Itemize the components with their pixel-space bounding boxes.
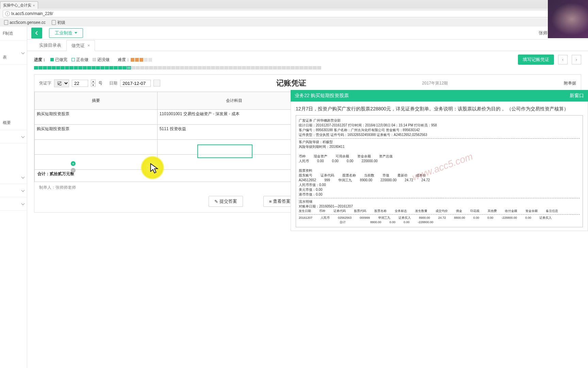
fill-voucher-button[interactable]: 填写记账凭证	[518, 55, 554, 65]
task-header: 业务22 购买短期投资股票 新窗口	[291, 90, 588, 102]
browser-tab[interactable]: 实操中心_会计实 ×	[0, 1, 38, 9]
summary-cell[interactable]: 购买短期投资股票	[35, 110, 158, 125]
difficulty: 难度：	[118, 57, 152, 63]
legend-done: 已做完	[50, 57, 67, 63]
close-icon[interactable]: ×	[87, 43, 90, 48]
site-info-icon[interactable]: i	[5, 11, 10, 16]
url-text: lx.acc5.com/main_228/	[11, 11, 53, 16]
close-icon[interactable]: ×	[33, 3, 35, 7]
file-icon	[4, 20, 8, 25]
new-window-button[interactable]: 新窗口	[570, 93, 584, 99]
pencil-icon: ✎	[214, 199, 218, 204]
bookmark-item[interactable]: 初级	[52, 20, 65, 26]
add-row-button[interactable]: +	[71, 161, 76, 166]
voucher-title: 记账凭证	[276, 78, 306, 88]
summary-cell[interactable]: 购买短期投资股票	[35, 125, 158, 140]
address-bar[interactable]: i lx.acc5.com/main_228/	[3, 10, 585, 17]
voucher-type-label: 凭证字	[39, 80, 51, 86]
sidebar-expand[interactable]	[0, 197, 27, 211]
calendar-icon[interactable]	[153, 80, 160, 87]
voucher-type-select[interactable]: 记	[54, 79, 69, 87]
prev-button[interactable]: ‹	[558, 55, 568, 64]
col-summary: 摘要	[35, 92, 158, 110]
task-description: 12月7日，投资户购买广发行的股票228800元，详见证券交割单。业务说明：该股…	[296, 105, 583, 112]
address-bar-row: i lx.acc5.com/main_228/	[0, 9, 588, 18]
chevron-left-icon	[34, 31, 39, 35]
tab-voucher[interactable]: 做凭证 ×	[66, 40, 95, 51]
sidebar-expand[interactable]	[0, 171, 27, 184]
next-button[interactable]: ›	[572, 55, 581, 64]
total-label: 合计：贰拾贰万元整	[35, 170, 311, 182]
bookmark-item[interactable]: acc5com.gensee.cc	[4, 20, 46, 25]
voucher-number-input[interactable]	[72, 80, 88, 87]
browser-tabs: 实操中心_会计实 ×	[0, 0, 588, 9]
browser-chrome: 实操中心_会计实 × i lx.acc5.com/main_228/ acc5c…	[0, 0, 588, 27]
inner-tabs: 实操目录表 做凭证 ×	[27, 40, 588, 51]
progress-cells	[27, 66, 588, 72]
topbar: 工业制造 张师师老师 (SVIP会员)	[27, 27, 588, 40]
account-cell[interactable]: 5111 投资收益	[157, 125, 311, 140]
receipt-image: www.acc5.com 广发证券 广州华穗路营业部 统计日期：20161207…	[296, 115, 583, 227]
submit-answer-button[interactable]: ✎提交答案	[209, 196, 243, 207]
active-amount-input[interactable]	[197, 144, 252, 158]
date-input[interactable]	[120, 80, 151, 87]
date-label: 日期	[109, 80, 117, 86]
bookmarks-bar: acc5com.gensee.cc 初级	[0, 18, 588, 27]
account-cell[interactable]: 1101001001 交易性金融资产 - 深发展 - 成本	[157, 110, 311, 125]
summary-cell[interactable]	[35, 140, 158, 155]
webcam-overlay	[548, 0, 588, 38]
summary-cell[interactable]	[35, 155, 158, 170]
tab-title: 实操中心_会计实	[3, 3, 31, 8]
sidebar-expand[interactable]	[0, 130, 27, 143]
number-stepper[interactable]: ▴▾	[91, 79, 96, 87]
num-suffix: 号	[98, 80, 102, 86]
industry-dropdown[interactable]: 工业制造	[49, 28, 83, 38]
legend-todo: 还没做	[93, 57, 110, 63]
delete-row-button[interactable]: −	[71, 168, 76, 173]
sidebar-expand[interactable]	[0, 184, 27, 197]
sidebar-item[interactable]: F制造	[0, 27, 27, 41]
attachment-label: 附单据	[564, 80, 576, 86]
progress-label: 进度：	[34, 57, 46, 63]
task-body: 12月7日，投资户购买广发行的股票228800元，详见证券交割单。业务说明：该股…	[291, 102, 588, 231]
toolbar: 进度： 已做完 正在做 还没做 难度： 填写记账凭证 ‹ ›	[27, 51, 588, 66]
col-account: 会计科目	[157, 92, 311, 110]
file-icon	[52, 20, 56, 25]
sidebar-item[interactable]: 表	[0, 41, 27, 65]
collapse-sidebar-button[interactable]	[31, 28, 42, 39]
sidebar-item[interactable]: 概要	[0, 116, 27, 130]
row-buttons: + −	[71, 161, 76, 173]
stack-icon: ≡	[269, 199, 272, 204]
task-panel: 业务22 购买短期投资股票 新窗口 12月7日，投资户购买广发行的股票22880…	[291, 90, 588, 231]
sidebar: F制造 表 概要	[0, 27, 27, 368]
legend-doing: 正在做	[71, 57, 88, 63]
tab-directory[interactable]: 实操目录表	[34, 40, 66, 51]
period-label: 2017年第12期	[422, 80, 448, 86]
